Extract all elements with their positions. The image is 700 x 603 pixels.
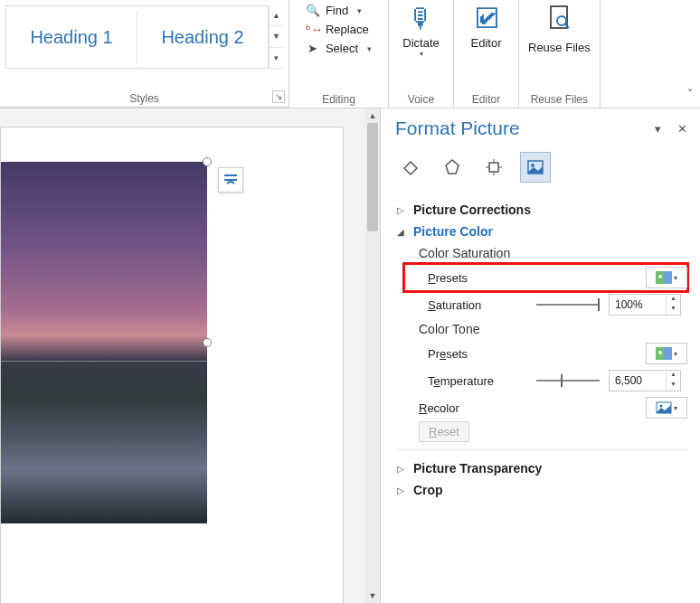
chevron-right-icon: ▷ bbox=[397, 464, 408, 474]
ribbon-collapse[interactable]: ˅ bbox=[687, 88, 693, 100]
styles-launcher[interactable]: ↘ bbox=[272, 90, 285, 103]
styles-group: Heading 1 Heading 2 ▲ ▼ ▾ Styles ↘ bbox=[0, 0, 289, 108]
page bbox=[0, 127, 344, 603]
format-picture-pane: Format Picture ▾ ✕ ▷ Picture Corr bbox=[380, 108, 700, 603]
preset-thumb-icon bbox=[656, 270, 672, 285]
chevron-down-icon: ▾ bbox=[357, 6, 362, 15]
scroll-down[interactable]: ▼ bbox=[365, 589, 380, 603]
svg-rect-17 bbox=[664, 347, 672, 360]
tone-presets-row: Presets ▾ bbox=[397, 340, 687, 367]
editor-icon[interactable]: 🗹 bbox=[473, 4, 500, 34]
chevron-down-icon: ▾ bbox=[674, 404, 677, 412]
document-area: ▲ ▼ bbox=[0, 108, 380, 603]
recolor-row: Recolor ▾ bbox=[397, 394, 687, 421]
section-color[interactable]: ◢ Picture Color bbox=[397, 221, 687, 242]
chevron-down-icon: ▾ bbox=[367, 44, 372, 53]
svg-point-1 bbox=[557, 16, 566, 25]
color-tone-header: Color Tone bbox=[397, 318, 687, 340]
layout-props-tab[interactable] bbox=[478, 152, 509, 183]
spin-down[interactable]: ▼ bbox=[667, 305, 680, 315]
style-scroll-down[interactable]: ▼ bbox=[270, 26, 283, 47]
color-saturation-header: Color Saturation bbox=[397, 242, 687, 264]
tone-presets-label: Presets bbox=[428, 347, 527, 361]
vertical-scrollbar[interactable]: ▲ ▼ bbox=[365, 108, 380, 603]
spin-down[interactable]: ▼ bbox=[667, 381, 680, 391]
temperature-row: Temperature 6,500 ▲▼ bbox=[397, 367, 687, 394]
tone-presets-dropdown[interactable]: ▾ bbox=[646, 343, 687, 364]
search-icon: 🔍 bbox=[306, 4, 320, 17]
cursor-icon: ➤ bbox=[306, 42, 320, 55]
chevron-right-icon: ▷ bbox=[397, 485, 408, 495]
temperature-input[interactable]: 6,500 ▲▼ bbox=[609, 370, 681, 391]
styles-group-label: Styles bbox=[0, 92, 289, 105]
svg-rect-4 bbox=[224, 179, 237, 181]
scroll-thumb[interactable] bbox=[367, 123, 378, 231]
svg-point-12 bbox=[531, 164, 534, 167]
reuse-group: Reuse Files Reuse Files bbox=[519, 0, 601, 108]
svg-marker-5 bbox=[446, 160, 459, 174]
chevron-down-icon: ▾ bbox=[674, 274, 677, 282]
temperature-label: Temperature bbox=[428, 374, 527, 388]
pane-title: Format Picture bbox=[395, 118, 520, 139]
editing-group-label: Editing bbox=[289, 93, 388, 106]
fill-line-tab[interactable] bbox=[395, 152, 426, 183]
section-crop[interactable]: ▷ Crop bbox=[397, 479, 687, 501]
find-button[interactable]: 🔍 Find ▾ bbox=[306, 4, 372, 17]
editor-group: 🗹 Editor Editor bbox=[454, 0, 519, 108]
saturation-slider[interactable] bbox=[536, 304, 600, 306]
dictate-group: 🎙 Dictate ▾ Voice bbox=[389, 0, 454, 108]
replace-icon: ᵇ↔ bbox=[306, 23, 320, 36]
reuse-icon[interactable] bbox=[544, 4, 573, 39]
editing-group: 🔍 Find ▾ ᵇ↔ Replace ➤ Select ▾ Editing bbox=[289, 0, 389, 108]
style-scroll[interactable]: ▲ ▼ ▾ bbox=[269, 5, 283, 69]
spin-up[interactable]: ▲ bbox=[667, 371, 680, 381]
replace-button[interactable]: ᵇ↔ Replace bbox=[306, 23, 372, 36]
svg-rect-6 bbox=[489, 163, 498, 172]
svg-rect-14 bbox=[664, 271, 672, 284]
chevron-down-icon: ◢ bbox=[397, 227, 408, 237]
style-heading2[interactable]: Heading 2 bbox=[137, 10, 268, 64]
dictate-button[interactable]: Dictate bbox=[402, 36, 439, 50]
reset-button[interactable]: Reset bbox=[419, 421, 469, 442]
mic-icon[interactable]: 🎙 bbox=[408, 4, 435, 34]
chevron-down-icon: ▾ bbox=[674, 350, 677, 358]
style-scroll-up[interactable]: ▲ bbox=[270, 5, 283, 26]
resize-handle[interactable] bbox=[203, 157, 212, 166]
saturation-presets-dropdown[interactable]: ▾ bbox=[646, 267, 687, 288]
temperature-slider[interactable] bbox=[536, 380, 600, 382]
selected-picture[interactable] bbox=[1, 162, 207, 523]
pane-menu[interactable]: ▾ bbox=[655, 122, 661, 136]
svg-point-15 bbox=[658, 275, 662, 278]
preset-thumb-icon bbox=[656, 346, 672, 361]
spin-up[interactable]: ▲ bbox=[667, 295, 680, 305]
section-transparency[interactable]: ▷ Picture Transparency bbox=[397, 457, 687, 479]
resize-handle[interactable] bbox=[203, 338, 212, 347]
style-gallery[interactable]: Heading 1 Heading 2 bbox=[5, 5, 269, 69]
reuse-group-label: Reuse Files bbox=[519, 93, 600, 106]
layout-options-button[interactable] bbox=[218, 167, 243, 193]
close-icon[interactable]: ✕ bbox=[677, 122, 687, 136]
picture-tab[interactable] bbox=[520, 152, 551, 183]
editor-group-label: Editor bbox=[454, 93, 518, 106]
svg-rect-3 bbox=[224, 174, 237, 176]
style-heading1[interactable]: Heading 1 bbox=[6, 10, 137, 64]
saturation-row: Saturation 100% ▲▼ bbox=[397, 291, 687, 318]
recolor-label: Recolor bbox=[419, 401, 518, 415]
section-corrections[interactable]: ▷ Picture Corrections bbox=[397, 199, 687, 221]
effects-tab[interactable] bbox=[437, 152, 468, 183]
svg-point-18 bbox=[658, 351, 662, 354]
saturation-label: Saturation bbox=[428, 298, 527, 312]
select-button[interactable]: ➤ Select ▾ bbox=[306, 42, 372, 55]
presets-label: Presets bbox=[428, 271, 527, 285]
recolor-dropdown[interactable]: ▾ bbox=[646, 397, 687, 419]
voice-group-label: Voice bbox=[389, 93, 453, 106]
picture-icon bbox=[656, 400, 672, 415]
svg-point-20 bbox=[660, 405, 663, 408]
scroll-up[interactable]: ▲ bbox=[365, 108, 380, 123]
style-scroll-more[interactable]: ▾ bbox=[270, 48, 283, 69]
saturation-input[interactable]: 100% ▲▼ bbox=[609, 294, 681, 316]
saturation-presets-row: Presets ▾ bbox=[397, 264, 687, 291]
chevron-right-icon: ▷ bbox=[397, 205, 408, 215]
reuse-button[interactable]: Reuse Files bbox=[528, 41, 591, 54]
editor-button[interactable]: Editor bbox=[471, 36, 502, 50]
